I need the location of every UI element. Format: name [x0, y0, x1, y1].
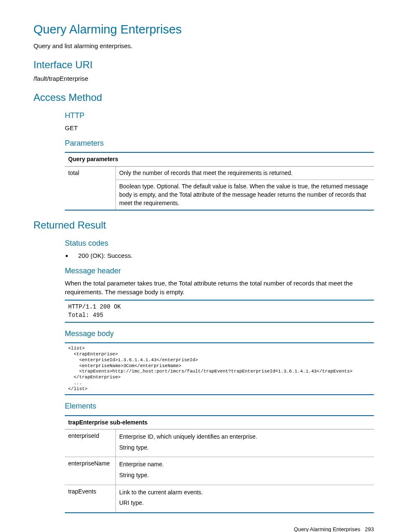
- element-desc-line: Enterprise ID, which uniquely identifies…: [119, 433, 371, 441]
- page-footer: Query Alarming Enterprises 293: [33, 526, 374, 532]
- element-desc: Link to the current alarm events. URI ty…: [116, 485, 374, 513]
- elements-table: trapEnterprise sub-elements enterpriseId…: [65, 415, 374, 513]
- message-header-label: Message header: [65, 266, 374, 276]
- param-desc: Boolean type. Optional. The default valu…: [116, 180, 374, 210]
- query-parameters-table: Query parameters total Only the number o…: [65, 152, 374, 211]
- status-codes-list: 200 (OK): Success.: [65, 251, 374, 260]
- element-desc-line: Link to the current alarm events.: [119, 488, 371, 497]
- footer-title: Query Alarming Enterprises: [294, 526, 361, 532]
- element-desc-line: String type.: [119, 444, 371, 452]
- access-method-heading: Access Method: [33, 90, 374, 105]
- interface-uri-heading: Interface URI: [33, 58, 374, 72]
- status-codes-label: Status codes: [65, 238, 374, 249]
- message-body-code: <list> <trapEnterprise> <enterpriseId>1.…: [65, 342, 374, 395]
- page-title: Query Alarming Enterprises: [33, 21, 374, 38]
- table-header: trapEnterprise sub-elements: [65, 416, 374, 429]
- param-desc: Only the number of records that meet the…: [116, 166, 374, 180]
- returned-result-heading: Returned Result: [33, 218, 374, 232]
- element-name: trapEvents: [65, 485, 116, 513]
- element-desc: Enterprise name. String type.: [116, 457, 374, 485]
- table-row: total Only the number of records that me…: [65, 166, 374, 180]
- table-row: enterpriseId Enterprise ID, which unique…: [65, 429, 374, 457]
- message-body-label: Message body: [65, 329, 374, 339]
- footer-page-number: 293: [365, 526, 374, 532]
- param-name: total: [65, 166, 116, 210]
- element-name: enterpriseName: [65, 457, 116, 485]
- http-label: HTTP: [65, 111, 374, 121]
- elements-label: Elements: [65, 401, 374, 411]
- status-code-item: 200 (OK): Success.: [72, 251, 374, 260]
- message-header-text: When the total parameter takes true, the…: [65, 279, 374, 296]
- message-header-code: HTTP/1.1 200 OK Total: 495: [65, 300, 374, 323]
- element-desc: Enterprise ID, which uniquely identifies…: [116, 429, 374, 457]
- element-desc-line: Enterprise name.: [119, 460, 371, 469]
- element-desc-line: String type.: [119, 471, 371, 480]
- table-row: trapEvents Link to the current alarm eve…: [65, 485, 374, 513]
- element-name: enterpriseId: [65, 429, 116, 457]
- intro-text: Query and list alarming enterprises.: [33, 41, 374, 50]
- element-desc-line: URI type.: [119, 499, 371, 507]
- table-header: Query parameters: [65, 152, 374, 166]
- http-method: GET: [65, 123, 374, 132]
- table-row: enterpriseName Enterprise name. String t…: [65, 457, 374, 485]
- parameters-label: Parameters: [65, 138, 374, 149]
- interface-uri-value: /fault/trapEnterprise: [33, 74, 374, 83]
